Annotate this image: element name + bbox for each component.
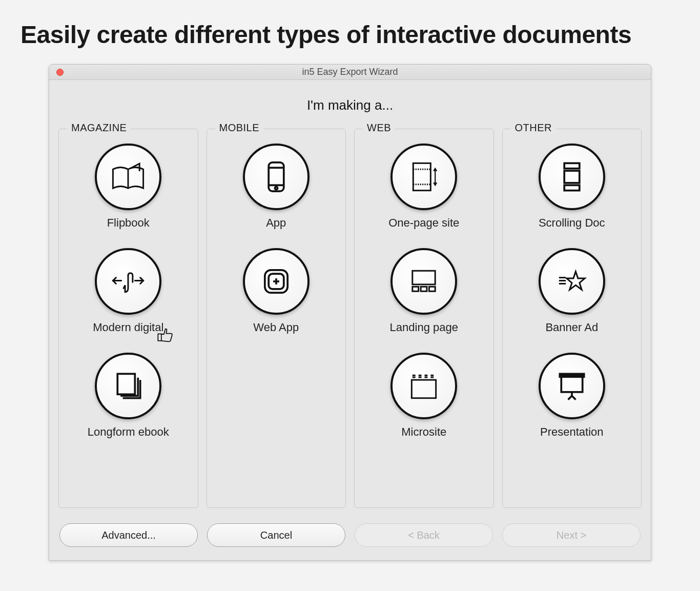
option-app[interactable]: App	[213, 144, 340, 230]
group-mobile: MOBILE App	[207, 129, 346, 508]
svg-rect-27	[564, 171, 580, 183]
svg-rect-33	[560, 374, 584, 377]
svg-rect-16	[429, 287, 436, 291]
svg-rect-26	[564, 163, 580, 168]
option-label: App	[266, 216, 286, 230]
option-longform-ebook[interactable]: Longform ebook	[65, 353, 192, 439]
svg-line-36	[572, 396, 575, 399]
swipe-icon	[95, 248, 161, 315]
option-presentation[interactable]: Presentation	[509, 353, 635, 439]
option-label: Presentation	[540, 425, 604, 439]
svg-line-35	[568, 396, 571, 399]
group-magazine: MAGAZINE Flipbook	[58, 129, 198, 508]
scrolling-doc-icon	[539, 144, 605, 210]
cancel-button[interactable]: Cancel	[207, 523, 345, 547]
flipbook-icon	[95, 144, 161, 210]
option-flipbook[interactable]: Flipbook	[65, 144, 192, 230]
page-heading: Easily create different types of interac…	[0, 0, 700, 64]
advanced-button[interactable]: Advanced...	[59, 523, 198, 547]
option-label: Flipbook	[107, 216, 150, 230]
svg-rect-1	[118, 374, 135, 394]
option-label: Longform ebook	[88, 425, 169, 439]
option-banner-ad[interactable]: Banner Ad	[509, 248, 635, 334]
group-title-other: OTHER	[511, 122, 557, 134]
banner-star-icon	[539, 248, 605, 315]
option-web-app[interactable]: Web App	[213, 248, 340, 334]
svg-rect-17	[412, 380, 436, 398]
landing-page-icon	[390, 248, 457, 315]
option-label: Scrolling Doc	[539, 216, 605, 230]
presentation-icon	[539, 353, 605, 419]
option-microsite[interactable]: Microsite	[361, 353, 487, 439]
option-one-page-site[interactable]: One-page site	[361, 144, 487, 230]
close-icon[interactable]	[56, 69, 64, 76]
microsite-icon	[390, 353, 457, 419]
thumbs-up-icon	[156, 325, 174, 345]
group-other: OTHER Scrolling Doc	[502, 129, 642, 508]
option-modern-digital[interactable]: Modern digital	[65, 248, 192, 334]
scroll-page-icon	[390, 144, 457, 210]
svg-rect-10	[414, 163, 431, 190]
svg-point-5	[275, 187, 277, 190]
window-body: I'm making a... MAGAZINE Flipbook	[49, 80, 651, 560]
group-title-web: WEB	[363, 122, 395, 134]
wizard-prompt: I'm making a...	[58, 97, 642, 113]
svg-rect-15	[421, 287, 427, 291]
window-titlebar: in5 Easy Export Wizard	[49, 65, 651, 80]
next-button[interactable]: Next >	[502, 523, 641, 547]
app-plus-icon	[243, 248, 310, 315]
group-web: WEB One-page site	[354, 129, 494, 508]
option-label: Modern digital	[93, 321, 163, 334]
svg-rect-28	[564, 185, 580, 190]
option-columns: MAGAZINE Flipbook	[58, 129, 642, 508]
wizard-buttons: Advanced... Cancel < Back Next >	[58, 523, 642, 547]
option-label: One-page site	[388, 216, 459, 230]
group-title-mobile: MOBILE	[215, 122, 264, 134]
svg-rect-32	[561, 376, 582, 392]
option-label: Microsite	[401, 425, 446, 439]
option-label: Web App	[253, 321, 299, 334]
group-title-magazine: MAGAZINE	[67, 122, 131, 134]
option-label: Banner Ad	[545, 321, 598, 334]
svg-rect-0	[158, 334, 161, 341]
back-button[interactable]: < Back	[355, 523, 493, 547]
svg-rect-13	[413, 271, 435, 284]
option-scrolling-doc[interactable]: Scrolling Doc	[509, 144, 635, 230]
option-label: Landing page	[390, 321, 458, 334]
export-wizard-window: in5 Easy Export Wizard I'm making a... M…	[49, 64, 651, 561]
phone-icon	[243, 144, 310, 210]
option-landing-page[interactable]: Landing page	[361, 248, 487, 334]
svg-rect-14	[413, 287, 419, 291]
window-title: in5 Easy Export Wizard	[49, 67, 651, 77]
pages-stack-icon	[95, 353, 161, 419]
